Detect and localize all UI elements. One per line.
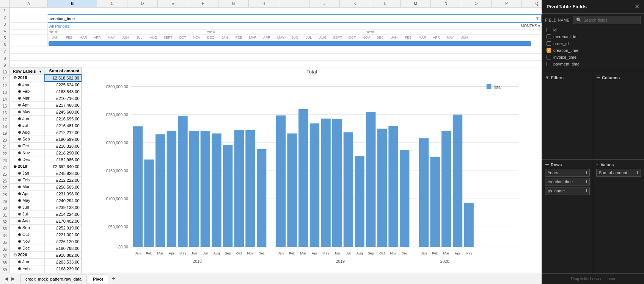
row-label-cell: ⊕ Feb	[10, 88, 45, 95]
svg-text:2019: 2019	[336, 259, 345, 264]
table-row[interactable]: ⊕ May£245,660.00	[10, 109, 82, 115]
row-number-29: 29	[0, 198, 9, 205]
table-row[interactable]: ⊕ Mar£258,505.00	[10, 184, 82, 190]
row-number-8: 8	[0, 55, 9, 62]
col-header-o[interactable]: O	[461, 0, 492, 7]
table-row[interactable]: ⊖ 2020£918,882.00	[10, 252, 82, 259]
col-header-k[interactable]: K	[340, 0, 370, 7]
add-sheet-button[interactable]: +	[110, 275, 118, 283]
chart-area: Total £300,000.00 £250,000.00 £200,000.0…	[82, 67, 542, 273]
values-item-sum-of-amount-info[interactable]: ℹ	[637, 170, 638, 175]
col-header-j[interactable]: J	[309, 0, 340, 7]
svg-rect-39	[276, 115, 286, 247]
field-item-merchant-id[interactable]: merchant_id	[542, 33, 644, 40]
svg-text:Feb: Feb	[432, 251, 438, 255]
field-checkbox-creation-time[interactable]	[547, 48, 551, 53]
field-checkbox-id[interactable]	[547, 28, 551, 32]
col-header-l[interactable]: L	[370, 0, 401, 7]
row-labels-header[interactable]: Row Labels ▼	[10, 68, 45, 75]
table-row[interactable]: ⊕ Oct£221,002.00	[10, 231, 82, 238]
field-item-creation-time[interactable]: creation_time	[542, 47, 644, 54]
value-cell: £918,882.00	[45, 252, 81, 259]
prev-sheet-arrow[interactable]: ◀	[3, 276, 9, 282]
col-header-d[interactable]: D	[127, 0, 158, 7]
values-item-sum-of-amount[interactable]: Sum of amount ℹ	[596, 169, 641, 177]
col-header-a[interactable]: A	[10, 0, 48, 7]
table-row[interactable]: ⊕ Mar£210,716.00	[10, 95, 82, 102]
value-cell: £231,098.00	[45, 190, 81, 197]
table-row[interactable]: ⊕ Sep£190,599.00	[10, 136, 82, 143]
table-row[interactable]: ⊖ 2018£2,518,602.00	[10, 75, 82, 81]
next-sheet-arrow[interactable]: ▶	[10, 276, 16, 282]
row-number-10: 10	[0, 69, 9, 76]
rows-item-ps-name-info[interactable]: ℹ	[586, 189, 587, 193]
table-row[interactable]: ⊕ Jan£203,533.00	[10, 259, 82, 265]
row-number-16: 16	[0, 110, 9, 117]
row-number-23: 23	[0, 158, 9, 164]
table-row[interactable]: ⊕ Jul£214,224.00	[10, 211, 82, 218]
field-item-invoice-time[interactable]: invoice_time	[542, 54, 644, 61]
field-checkbox-invoice-time[interactable]	[547, 55, 551, 59]
rows-item-years-info[interactable]: ℹ	[586, 170, 587, 175]
table-row[interactable]: ⊕ Jul£216,481.00	[10, 122, 82, 129]
rows-item-creation-time-info[interactable]: ℹ	[586, 179, 587, 184]
table-row[interactable]: ⊕ Dec£180,788.00	[10, 245, 82, 252]
rows-item-ps-name[interactable]: ps_name ℹ	[545, 187, 590, 195]
field-item-payment-time[interactable]: payment_time	[542, 61, 644, 67]
table-row[interactable]: ⊕ Apr£231,098.00	[10, 190, 82, 197]
value-cell: £239,138.00	[45, 204, 81, 211]
field-item-id[interactable]: id	[542, 27, 644, 33]
close-panel-button[interactable]: ✕	[635, 3, 639, 10]
value-cell: £170,402.00	[45, 218, 81, 225]
col-header-m[interactable]: M	[401, 0, 431, 7]
svg-rect-47	[321, 119, 330, 247]
table-row[interactable]: ⊕ Feb£168,239.00	[10, 265, 82, 272]
col-header-e[interactable]: E	[158, 0, 188, 7]
table-row[interactable]: ⊕ Aug£212,212.00	[10, 129, 82, 136]
table-row[interactable]: ⊕ May£240,294.00	[10, 197, 82, 204]
svg-text:Jan: Jan	[135, 251, 141, 255]
table-row[interactable]: ⊕ Apr£217,468.00	[10, 102, 82, 109]
table-row[interactable]: ⊕ Nov£226,120.00	[10, 238, 82, 245]
table-row[interactable]: ⊕ Aug£170,402.00	[10, 218, 82, 225]
col-header-b[interactable]: B	[48, 0, 97, 7]
sheet-tab-raw-data[interactable]: credit_mock_pattern.raw_data	[20, 275, 86, 283]
table-row[interactable]: ⊕ Jan£225,624.00	[10, 81, 82, 88]
col-header-q[interactable]: Q	[522, 0, 542, 7]
filter-dropdown-icon[interactable]: ▼	[535, 16, 540, 21]
svg-text:Nov: Nov	[390, 251, 397, 255]
svg-rect-14	[133, 126, 143, 247]
table-row[interactable]: ⊕ Jun£216,695.00	[10, 115, 82, 122]
values-icon: Σ	[596, 162, 599, 167]
field-checkbox-payment-time[interactable]	[547, 62, 551, 66]
col-header-i[interactable]: I	[279, 0, 309, 7]
table-row[interactable]: ⊕ Oct£218,328.00	[10, 143, 82, 150]
table-row[interactable]: ⊕ Jun£239,138.00	[10, 204, 82, 211]
col-header-g[interactable]: G	[218, 0, 249, 7]
table-row[interactable]: ⊕ Jan£245,928.00	[10, 170, 82, 177]
svg-text:Feb: Feb	[289, 251, 295, 255]
table-row[interactable]: ⊕ Nov£218,290.00	[10, 150, 82, 156]
table-row[interactable]: ⊕ Feb£163,543.00	[10, 88, 82, 95]
table-row[interactable]: ⊕ Sep£252,919.00	[10, 225, 82, 231]
svg-rect-51	[344, 132, 353, 247]
search-fields-input[interactable]	[583, 18, 638, 22]
col-header-p[interactable]: P	[492, 0, 522, 7]
col-header-h[interactable]: H	[249, 0, 279, 7]
sheet-tab-pivot[interactable]: Pivot	[88, 275, 108, 283]
rows-item-years[interactable]: Years ℹ	[545, 169, 590, 177]
col-header-f[interactable]: F	[188, 0, 218, 7]
col-header-c[interactable]: C	[97, 0, 127, 7]
table-row[interactable]: ⊖ 2019£2,692,640.00	[10, 163, 82, 170]
months-button[interactable]: MONTHS ▾	[521, 24, 540, 28]
table-row[interactable]: ⊕ Dec£182,986.00	[10, 156, 82, 163]
table-row[interactable]: ⊕ Feb£212,222.00	[10, 177, 82, 184]
field-checkbox-merchant-id[interactable]	[547, 34, 551, 39]
field-name-text: invoice_time	[553, 55, 576, 59]
all-periods-label[interactable]: All Periods	[49, 24, 69, 28]
rows-item-creation-time[interactable]: creation_time ℹ	[545, 178, 590, 186]
field-checkbox-order-id[interactable]	[547, 41, 551, 46]
col-header-n[interactable]: N	[431, 0, 461, 7]
row-label-cell: ⊕ Dec	[10, 245, 45, 252]
field-item-order-id[interactable]: order_id	[542, 40, 644, 47]
